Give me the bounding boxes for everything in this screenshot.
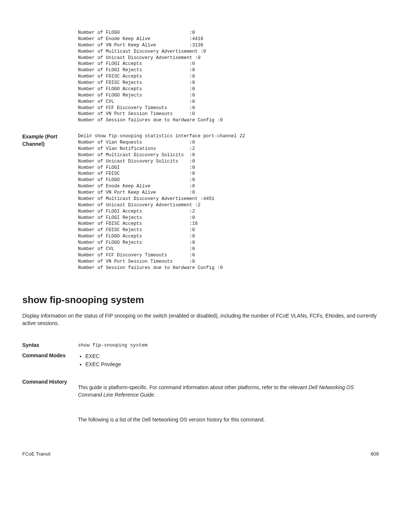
history-text: . [154,392,156,398]
example2-output: Dell# show fip-snooping statistics inter… [78,133,379,271]
footer-page-number: 609 [371,451,379,457]
history-paragraph-2: The following is a list of the Dell Netw… [78,416,379,423]
section-intro: Display information on the status of FIP… [22,312,379,327]
history-text: This guide is platform-specific. For com… [78,384,309,390]
mode-item: EXEC [85,353,379,360]
example1-output: Number of FLOGO :0 Number of Enode Keep … [78,30,379,124]
command-modes-label: Command Modes [22,352,78,359]
command-history-label: Command History [22,378,78,386]
mode-item: EXEC Privilege [85,361,379,368]
section-heading: show fip-snooping system [22,293,379,306]
history-paragraph-1: This guide is platform-specific. For com… [78,384,379,399]
command-modes-list: EXEC EXEC Privilege [78,353,379,368]
syntax-label: Syntax [22,342,78,349]
syntax-command: show fip-snooping system [78,342,147,348]
footer-section-title: FCoE Transit [22,451,50,457]
example2-label: Example (Port Channel) [22,133,78,148]
